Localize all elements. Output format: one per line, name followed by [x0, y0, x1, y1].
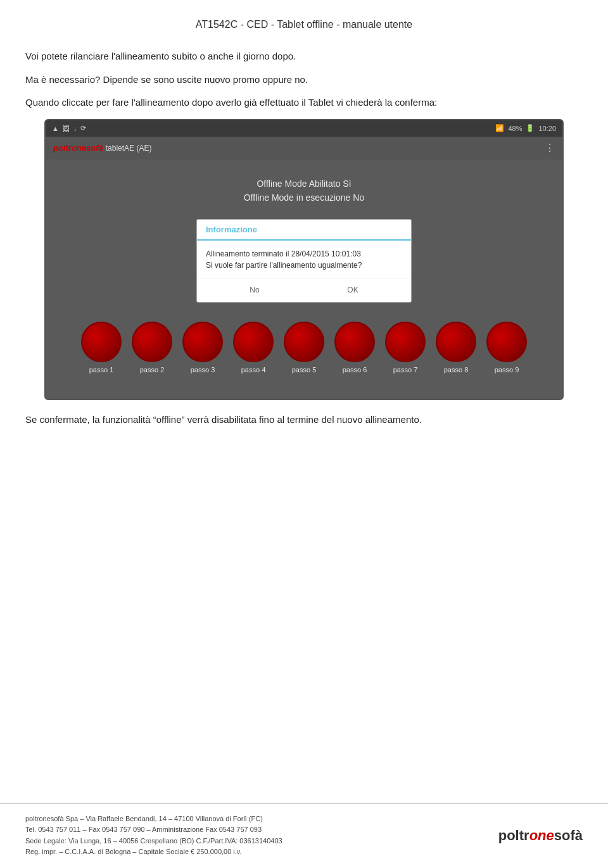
passo-item-6[interactable]: passo 6 — [334, 322, 375, 374]
offline-mode-line1: Offline Mode Abilitato Sì — [244, 179, 364, 189]
dialog-body: Allineamento terminato il 28/04/2015 10:… — [197, 241, 411, 279]
passo-item-4[interactable]: passo 4 — [233, 322, 274, 374]
passo-circle-9 — [486, 322, 527, 362]
time-display: 10:20 — [538, 125, 556, 132]
passo-circle-8 — [436, 322, 476, 362]
dialog-footer: No OK — [197, 279, 411, 302]
battery-icon: 🔋 — [526, 124, 535, 132]
passo-circle-6 — [334, 322, 375, 362]
page-container: AT1542C - CED - Tablet offline - manuale… — [0, 0, 608, 427]
footer-logo: poltronesofà — [498, 827, 583, 844]
offline-mode-line2: Offline Mode in esecuzione No — [244, 192, 364, 203]
dialog-box: Informazione Allineamento terminato il 2… — [196, 219, 412, 303]
footer-text: poltronesofà Spa – Via Raffaele Bendandi… — [25, 814, 282, 858]
passo-item-3[interactable]: passo 3 — [182, 322, 223, 374]
tablet-status-bar: ▲ 🖼 ↓ ⟳ 📶 48% 🔋 10:20 — [46, 120, 562, 137]
footer-line4: Reg. impr. – C.C.I.A.A. di Bologna – Cap… — [25, 846, 282, 858]
paragraph-2: Ma è necessario? Dipende se sono uscite … — [25, 73, 583, 87]
passo-item-1[interactable]: passo 1 — [81, 322, 122, 374]
alert-icon: ▲ — [52, 125, 59, 132]
paragraph-3: Quando cliccate per fare l'allineamento … — [25, 96, 583, 110]
overflow-menu-icon[interactable]: ⋮ — [545, 142, 555, 154]
passo-item-9[interactable]: passo 9 — [486, 322, 527, 374]
tablet-content: Offline Mode Abilitato Sì Offline Mode i… — [46, 160, 562, 399]
dialog-body-line2: Si vuole far partire l'allineamento ugua… — [206, 260, 402, 271]
passo-circle-5 — [284, 322, 324, 362]
passo-label-2: passo 2 — [140, 366, 165, 374]
passo-label-4: passo 4 — [241, 366, 266, 374]
footer-line1: poltronesofà Spa – Via Raffaele Bendandi… — [25, 814, 282, 825]
logo-red-text: poltronesofà — [53, 143, 103, 153]
offline-mode-info: Offline Mode Abilitato Sì Offline Mode i… — [244, 179, 364, 206]
paragraph-1: Voi potete rilanciare l'allineamento sub… — [25, 49, 583, 64]
status-left: ▲ 🖼 ↓ ⟳ — [52, 124, 86, 132]
passo-label-6: passo 6 — [343, 366, 367, 374]
status-right: 📶 48% 🔋 10:20 — [495, 124, 556, 132]
footer-logo-before: poltr — [498, 827, 529, 844]
tablet-top-bar: poltronesofà tabletAE (AE) ⋮ — [46, 137, 562, 160]
image-icon: 🖼 — [63, 125, 70, 132]
passo-label-3: passo 3 — [191, 366, 215, 374]
passo-label-7: passo 7 — [393, 366, 418, 374]
passo-circle-4 — [233, 322, 274, 362]
app-name: tabletAE (AE) — [106, 144, 152, 153]
sync-icon: ⟳ — [80, 124, 86, 132]
passo-label-8: passo 8 — [444, 366, 469, 374]
dialog-no-button[interactable]: No — [243, 284, 265, 296]
passo-item-8[interactable]: passo 8 — [436, 322, 476, 374]
passo-label-1: passo 1 — [89, 366, 114, 374]
wifi-icon: 📶 — [495, 124, 504, 132]
tablet-mockup: ▲ 🖼 ↓ ⟳ 📶 48% 🔋 10:20 poltronesofà table… — [44, 119, 564, 400]
passo-circle-1 — [81, 322, 122, 362]
dialog-header: Informazione — [197, 220, 411, 241]
passo-circle-2 — [132, 322, 172, 362]
passo-row: passo 1passo 2passo 3passo 4passo 5passo… — [81, 322, 527, 374]
dialog-body-line1: Allineamento terminato il 28/04/2015 10:… — [206, 248, 402, 260]
passo-item-5[interactable]: passo 5 — [284, 322, 324, 374]
footer-logo-red: one — [529, 827, 554, 844]
download-icon: ↓ — [73, 125, 77, 132]
footer-line2: Tel. 0543 757 011 – Fax 0543 757 090 – A… — [25, 824, 282, 836]
battery-level: 48% — [508, 125, 522, 132]
passo-item-7[interactable]: passo 7 — [385, 322, 426, 374]
paragraph-4: Se confermate, la funzionalità “offline”… — [25, 413, 583, 427]
passo-item-2[interactable]: passo 2 — [132, 322, 172, 374]
footer-logo-after: sofà — [554, 827, 583, 844]
app-logo: poltronesofà tabletAE (AE) — [53, 143, 151, 153]
footer-line3: Sede Legale: Via Lunga, 16 – 40056 Cresp… — [25, 836, 282, 847]
passo-circle-3 — [182, 322, 223, 362]
page-title: AT1542C - CED - Tablet offline - manuale… — [25, 13, 583, 30]
footer: poltronesofà Spa – Via Raffaele Bendandi… — [0, 803, 608, 868]
dialog-ok-button[interactable]: OK — [341, 284, 364, 296]
passo-label-9: passo 9 — [495, 366, 519, 374]
passo-label-5: passo 5 — [292, 366, 317, 374]
passo-circle-7 — [385, 322, 426, 362]
